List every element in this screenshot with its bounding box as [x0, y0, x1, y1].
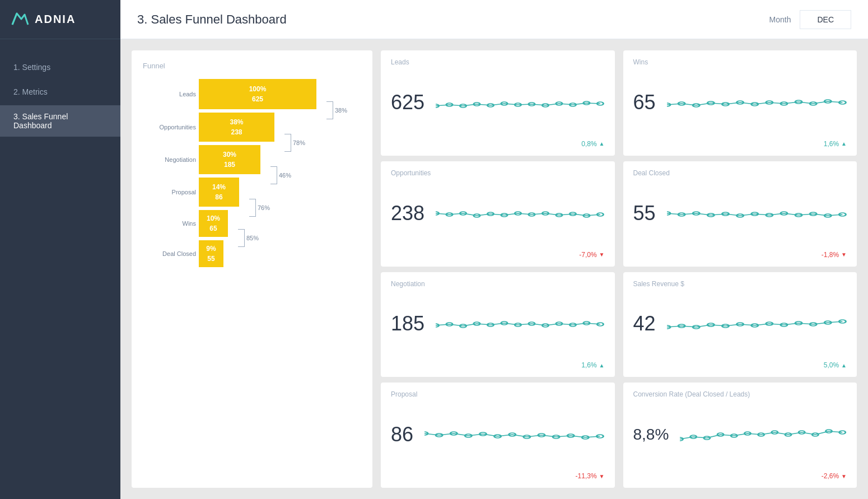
metric-change-proposal: -11,3%	[576, 472, 597, 480]
funnel-bar-proposal: 14% 86	[199, 178, 239, 207]
logo-icon	[11, 10, 29, 29]
funnel-label-proposal: Proposal	[146, 189, 196, 195]
metric-value-conversion-rate: 8,8%	[633, 427, 669, 442]
metric-change-wins: 1,6%	[824, 140, 839, 148]
page-title: 3. Sales Funnel Dashboard	[137, 12, 287, 27]
main-content: 3. Sales Funnel Dashboard Month DEC Funn…	[120, 0, 868, 499]
metric-value-sales-revenue: 42	[633, 314, 656, 334]
metric-change-sales-revenue: 5,0%	[824, 361, 839, 369]
sparkline-proposal	[424, 422, 604, 447]
sparkline-conversion-rate	[680, 422, 847, 447]
metric-footer-conversion-rate: -2,6% ▼	[633, 472, 847, 480]
metric-label-leads: Leads	[391, 58, 605, 66]
metrics-right-column: Wins 65	[623, 50, 857, 488]
metric-body-sales-revenue: 42	[633, 311, 847, 336]
logo-text: ADNIA	[35, 13, 76, 26]
funnel-bars: Leads 100% 625 38%	[199, 79, 322, 267]
sparkline-opportunities	[436, 201, 604, 226]
funnel-title: Funnel	[143, 62, 361, 70]
metric-label-negotiation: Negotiation	[391, 280, 605, 288]
metric-value-deal-closed: 55	[633, 203, 656, 223]
funnel-label-opportunities: Opportunities	[146, 124, 196, 130]
metric-arrow-deal-closed: ▼	[841, 251, 847, 258]
metric-label-sales-revenue: Sales Revenue $	[633, 280, 847, 288]
metric-body-conversion-rate: 8,8%	[633, 422, 847, 447]
metric-arrow-sales-revenue: ▲	[841, 362, 847, 369]
metric-change-conversion-rate: -2,6%	[822, 472, 839, 480]
funnel-bar-negotiation: 30% 185	[199, 145, 260, 174]
sparkline-leads	[436, 90, 604, 115]
metric-footer-opportunities: -7,0% ▼	[391, 251, 605, 259]
metric-card-negotiation: Negotiation 185	[381, 272, 615, 377]
metric-card-conversion-rate: Conversion Rate (Deal Closed / Leads) 8,…	[623, 383, 857, 488]
metric-label-opportunities: Opportunities	[391, 169, 605, 177]
funnel-bar-wins: 10% 65	[199, 210, 228, 237]
sidebar-nav: 1. Settings 2. Metrics 3. Sales Funnel D…	[0, 39, 120, 153]
metric-value-wins: 65	[633, 92, 656, 113]
funnel-bar-opportunities: 38% 238	[199, 113, 274, 142]
metric-body-proposal: 86	[391, 422, 605, 447]
funnel-bar-deal-closed: 9% 55	[199, 240, 223, 267]
metric-card-wins: Wins 65	[623, 50, 857, 156]
metric-change-deal-closed: -1,8%	[822, 251, 839, 259]
month-label: Month	[760, 11, 800, 29]
metric-footer-proposal: -11,3% ▼	[391, 472, 605, 480]
metric-value-leads: 625	[391, 92, 424, 113]
metric-label-proposal: Proposal	[391, 390, 605, 398]
sidebar-item-dashboard[interactable]: 3. Sales Funnel Dashboard	[0, 105, 120, 137]
funnel-bar-leads: 100% 625	[199, 79, 316, 109]
metric-body-leads: 625	[391, 90, 605, 115]
metric-arrow-negotiation: ▲	[599, 362, 605, 369]
metric-arrow-conversion-rate: ▼	[841, 473, 847, 479]
metric-value-opportunities: 238	[391, 203, 424, 223]
funnel-panel: Funnel Leads 100% 625	[132, 50, 372, 488]
metric-value-negotiation: 185	[391, 314, 424, 334]
metric-footer-leads: 0,8% ▲	[391, 140, 605, 148]
metric-body-deal-closed: 55	[633, 201, 847, 226]
metric-arrow-opportunities: ▼	[599, 251, 605, 258]
metric-card-opportunities: Opportunities 238	[381, 161, 615, 267]
sidebar-item-settings[interactable]: 1. Settings	[0, 56, 120, 78]
sidebar-item-metrics[interactable]: 2. Metrics	[0, 81, 120, 103]
metric-footer-wins: 1,6% ▲	[633, 140, 847, 148]
metric-footer-negotiation: 1,6% ▲	[391, 361, 605, 369]
metric-card-proposal: Proposal 86	[381, 383, 615, 488]
funnel-row-leads: Leads 100% 625	[199, 79, 322, 109]
sparkline-sales-revenue	[667, 311, 847, 336]
content-area: Funnel Leads 100% 625	[120, 39, 868, 499]
metric-value-proposal: 86	[391, 425, 413, 445]
funnel-label-deal-closed: Deal Closed	[146, 250, 196, 257]
funnel-label-wins: Wins	[146, 220, 196, 227]
header: 3. Sales Funnel Dashboard Month DEC	[120, 0, 868, 39]
metric-body-wins: 65	[633, 90, 847, 115]
logo: ADNIA	[0, 0, 120, 39]
metric-change-negotiation: 1,6%	[581, 361, 596, 369]
funnel-row-negotiation: Negotiation 30% 185	[199, 145, 322, 174]
sparkline-negotiation	[436, 311, 604, 336]
funnel-row-deal-closed: Deal Closed 9% 55	[199, 240, 322, 267]
sparkline-wins	[667, 90, 847, 115]
metrics-left-column: Leads 625	[381, 50, 615, 488]
funnel-side-pct-1: 38%	[326, 101, 347, 119]
sidebar: ADNIA 1. Settings 2. Metrics 3. Sales Fu…	[0, 0, 120, 499]
metric-label-deal-closed: Deal Closed	[633, 169, 847, 177]
metric-change-leads: 0,8%	[581, 140, 596, 148]
metric-card-deal-closed: Deal Closed 55	[623, 161, 857, 267]
metric-arrow-wins: ▲	[841, 141, 847, 147]
metric-label-conversion-rate: Conversion Rate (Deal Closed / Leads)	[633, 390, 847, 398]
metric-arrow-leads: ▲	[599, 141, 605, 147]
metric-footer-deal-closed: -1,8% ▼	[633, 251, 847, 259]
sparkline-deal-closed	[667, 201, 847, 226]
metric-footer-sales-revenue: 5,0% ▲	[633, 361, 847, 369]
metric-change-opportunities: -7,0%	[579, 251, 596, 259]
metric-arrow-proposal: ▼	[599, 473, 605, 479]
metric-card-sales-revenue: Sales Revenue $ 42	[623, 272, 857, 377]
month-value[interactable]: DEC	[800, 10, 851, 29]
header-right: Month DEC	[760, 10, 851, 29]
funnel-label-negotiation: Negotiation	[146, 156, 196, 163]
metric-label-wins: Wins	[633, 58, 847, 66]
metric-body-opportunities: 238	[391, 201, 605, 226]
metric-body-negotiation: 185	[391, 311, 605, 336]
metric-card-leads: Leads 625	[381, 50, 615, 156]
funnel-row-wins: Wins 10% 65	[199, 210, 322, 237]
